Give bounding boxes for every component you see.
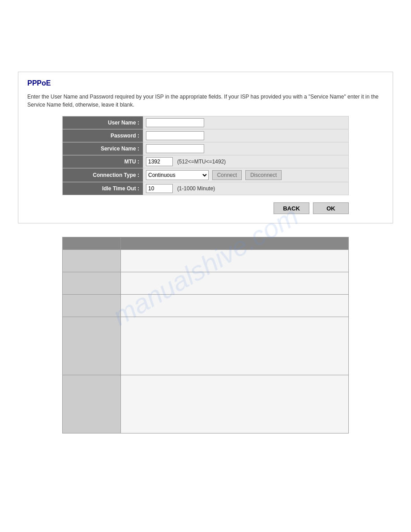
- service-name-input[interactable]: [146, 144, 204, 153]
- password-input[interactable]: [146, 131, 204, 140]
- pppoe-form-table: User Name : Password : Service Name : MT…: [62, 116, 349, 195]
- pppoe-title: PPPoE: [27, 79, 384, 87]
- ref-table-row-2: [63, 272, 349, 295]
- ref-table: [62, 237, 349, 433]
- password-label: Password :: [63, 129, 143, 142]
- ref-content-5: [121, 375, 349, 433]
- connect-button[interactable]: Connect: [212, 170, 242, 180]
- mtu-label: MTU :: [63, 155, 143, 168]
- pppoe-title-text: PPPoE: [27, 79, 51, 87]
- ref-col1-header: [63, 237, 121, 250]
- ref-content-4: [121, 317, 349, 375]
- ref-table-row-5: [63, 375, 349, 433]
- user-name-label: User Name :: [63, 116, 143, 129]
- ref-col2-header: [121, 237, 349, 250]
- user-name-row: User Name :: [63, 116, 349, 129]
- idle-timeout-label: Idle Time Out :: [63, 182, 143, 195]
- mtu-row: MTU : (512<=MTU<=1492): [63, 155, 349, 168]
- ref-label-2: [63, 272, 121, 295]
- password-value-cell: [143, 129, 349, 142]
- password-row: Password :: [63, 129, 349, 142]
- user-name-value-cell: [143, 116, 349, 129]
- connection-type-row: Connection Type : Continuous Connect on …: [63, 168, 349, 182]
- ref-table-row-1: [63, 250, 349, 272]
- bottom-buttons: BACK OK: [62, 202, 349, 214]
- service-name-row: Service Name :: [63, 142, 349, 155]
- back-button[interactable]: BACK: [274, 202, 309, 214]
- mtu-value-cell: (512<=MTU<=1492): [143, 155, 349, 168]
- ref-label-4: [63, 317, 121, 375]
- ref-label-5: [63, 375, 121, 433]
- idle-hint: (1-1000 Minute): [177, 185, 215, 192]
- ref-label-3: [63, 295, 121, 317]
- mtu-input[interactable]: [146, 157, 173, 166]
- idle-timeout-value-cell: (1-1000 Minute): [143, 182, 349, 195]
- ref-label-1: [63, 250, 121, 272]
- service-name-label: Service Name :: [63, 142, 143, 155]
- connection-type-label: Connection Type :: [63, 168, 143, 182]
- ref-table-row-3: [63, 295, 349, 317]
- mtu-hint: (512<=MTU<=1492): [177, 159, 226, 165]
- user-name-input[interactable]: [146, 118, 204, 127]
- service-name-value-cell: [143, 142, 349, 155]
- ref-table-row-4: [63, 317, 349, 375]
- ref-table-header-row: [63, 237, 349, 250]
- pppoe-description: Enter the User Name and Password require…: [27, 93, 384, 109]
- ok-button[interactable]: OK: [313, 202, 349, 214]
- ref-content-2: [121, 272, 349, 295]
- idle-timeout-input[interactable]: [146, 184, 173, 193]
- disconnect-button[interactable]: Disconnect: [245, 170, 282, 180]
- ref-table-section: [18, 237, 393, 433]
- connection-type-value-cell: Continuous Connect on Demand Manual Conn…: [143, 168, 349, 182]
- idle-timeout-row: Idle Time Out : (1-1000 Minute): [63, 182, 349, 195]
- ref-content-1: [121, 250, 349, 272]
- ref-content-3: [121, 295, 349, 317]
- connection-type-select[interactable]: Continuous Connect on Demand Manual: [146, 170, 209, 180]
- pppoe-section: PPPoE Enter the User Name and Password r…: [18, 72, 393, 223]
